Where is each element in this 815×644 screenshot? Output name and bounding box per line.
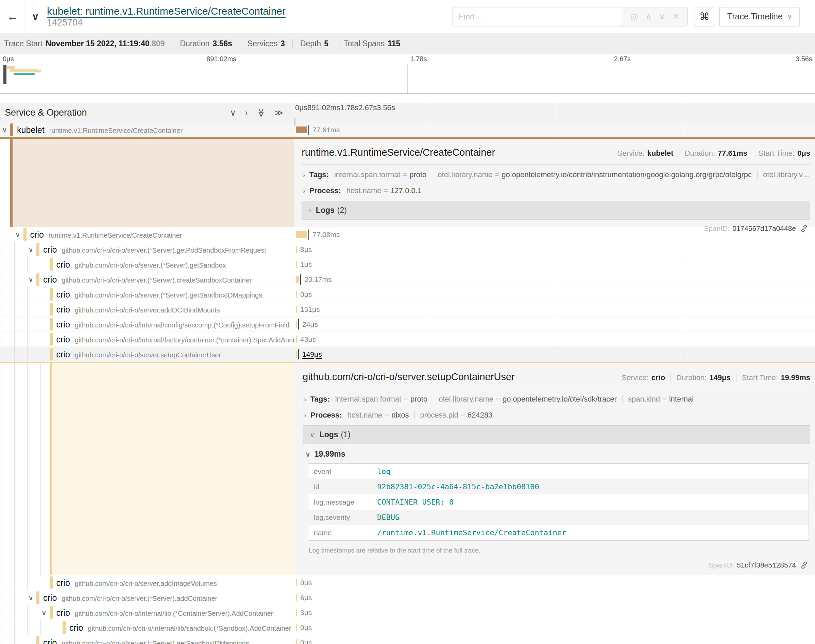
tag-value: proto	[411, 395, 427, 403]
caret-right-icon: ›	[303, 187, 305, 195]
span-timeline-cell[interactable]: 77.61ms	[295, 123, 815, 137]
span-row[interactable]: ∨criogithub.com/cri-o/cri-o/server.(*Ser…	[0, 272, 815, 287]
span-timeline-cell[interactable]: 0μs	[295, 287, 815, 302]
minimap-span-bar	[7, 66, 15, 69]
logs-accordion[interactable]: ∨ Logs (1)	[303, 425, 810, 444]
row-expand-chevron-icon[interactable]: ∨	[41, 609, 47, 617]
span-timeline-cell[interactable]: 24μs	[295, 317, 815, 331]
trace-header-collapse-button[interactable]: ∨	[26, 11, 45, 23]
service-color-bar	[50, 333, 53, 345]
span-row[interactable]: ∨criogithub.com/cri-o/cri-o/server.(*Ser…	[0, 242, 815, 257]
span-timeline-cell[interactable]: 43μs	[295, 332, 815, 347]
tag-item: internal.span.format=proto	[335, 395, 427, 403]
caret-right-icon: ›	[304, 411, 306, 419]
tags-label: Tags:	[309, 170, 329, 179]
span-duration-bar	[296, 261, 297, 268]
span-timeline-cell[interactable]: 0μs	[295, 575, 815, 590]
span-timeline-cell[interactable]: 6μs	[295, 590, 815, 605]
span-row[interactable]: criogithub.com/cri-o/cri-o/internal/conf…	[0, 317, 815, 332]
span-row[interactable]: criogithub.com/cri-o/cri-o/server.addOCI…	[0, 302, 815, 317]
clear-search-icon[interactable]: ✕	[673, 12, 680, 21]
row-expand-chevron-icon[interactable]: ∨	[28, 594, 33, 602]
span-row[interactable]: ∨kubeletruntime.v1.RuntimeService/Create…	[0, 123, 815, 137]
span-timeline-cell[interactable]: 8μs	[295, 242, 815, 257]
span-timeline-cell[interactable]: 77.08ms	[295, 227, 815, 242]
indent-guide	[1, 332, 2, 347]
span-row[interactable]: criogithub.com/cri-o/cri-o/server.addIma…	[0, 575, 815, 590]
tag-item: otel.library.name=go.opentelemetry.io/ot…	[439, 395, 617, 403]
next-match-icon[interactable]: ∨	[659, 12, 665, 21]
row-expand-chevron-icon[interactable]: ∨	[28, 275, 33, 284]
indent-guide	[27, 317, 28, 331]
span-name: criogithub.com/cri-o/cri-o/server.addOCI…	[57, 304, 220, 314]
indent-guide	[14, 575, 15, 590]
back-button[interactable]: ←	[0, 0, 26, 33]
indent-guide	[14, 620, 15, 635]
link-icon[interactable]	[800, 561, 808, 569]
trace-title-link[interactable]: kubelet: runtime.v1.RuntimeService/Creat…	[47, 5, 286, 17]
operation-name: github.com/cri-o/cri-o/server.(*Server).…	[75, 291, 262, 299]
span-timeline-cell[interactable]: 0μs	[295, 620, 815, 635]
collapse-one-icon[interactable]: ∨	[230, 108, 236, 118]
span-timeline-cell[interactable]: 20.17ms	[295, 272, 815, 287]
span-row[interactable]: criogithub.com/cri-o/cri-o/server.(*Serv…	[0, 635, 815, 644]
service-color-bar	[23, 228, 26, 241]
span-row[interactable]: criogithub.com/cri-o/cri-o/server.setupC…	[0, 347, 815, 362]
tag-value: go.opentelemetry.io/contrib/instrumentat…	[501, 170, 752, 179]
time-tick-label: 1.78s	[411, 55, 427, 63]
chevron-down-icon: ∨	[787, 13, 792, 20]
span-row[interactable]: ∨criogithub.com/cri-o/cri-o/server.(*Ser…	[0, 590, 815, 605]
operation-name: github.com/cri-o/cri-o/internal/config/s…	[75, 321, 290, 328]
keyboard-shortcuts-button[interactable]: ⌘	[695, 7, 714, 26]
log-entry-accordion[interactable]: ∨ 19.99ms	[303, 444, 810, 463]
find-input[interactable]	[453, 8, 622, 26]
indent-guide	[27, 620, 28, 635]
trace-minimap[interactable]	[0, 64, 815, 94]
row-expand-chevron-icon[interactable]: ∨	[28, 245, 33, 254]
span-timeline-cell[interactable]: 3μs	[295, 605, 815, 620]
caret-down-icon: ∨	[310, 431, 315, 439]
span-row[interactable]: criogithub.com/cri-o/cri-o/server.(*Serv…	[0, 257, 815, 272]
row-expand-chevron-icon[interactable]: ∨	[15, 230, 20, 239]
minimap-scrubber[interactable]	[3, 65, 6, 84]
indent-guide	[14, 635, 15, 644]
span-row[interactable]: ∨crioruntime.v1.RuntimeService/CreateCon…	[0, 227, 815, 242]
span-duration-label: 24μs	[302, 320, 318, 328]
span-timeline-cell[interactable]: 1μs	[295, 257, 815, 272]
logs-accordion[interactable]: › Logs (2)	[302, 201, 810, 220]
indent-guide	[14, 257, 15, 272]
span-detail-row-crio: github.com/cri-o/cri-o/server.setupConta…	[0, 362, 815, 575]
row-expand-chevron-icon[interactable]: ∨	[2, 126, 7, 134]
indent-guide	[27, 287, 28, 302]
equals-sign: =	[461, 411, 465, 420]
logs-label: Logs	[320, 430, 338, 439]
focus-match-icon[interactable]: ◎	[631, 12, 638, 21]
expand-one-icon[interactable]: ›	[245, 108, 248, 118]
span-row[interactable]: ∨criogithub.com/cri-o/cri-o/internal/lib…	[0, 605, 815, 620]
process-accordion[interactable]: › Process: host.name=nixosprocess.pid=62…	[303, 409, 810, 425]
collapse-all-icon[interactable]: ≫	[256, 108, 266, 117]
trace-view-selector[interactable]: Trace Timeline ∨	[719, 7, 800, 26]
span-timeline-cell[interactable]: 0μs	[295, 635, 815, 644]
span-row[interactable]: criogithub.com/cri-o/cri-o/internal/lib/…	[0, 620, 815, 635]
span-timeline-cell[interactable]: 149μs	[295, 347, 815, 362]
minimap-span-bar	[14, 73, 35, 75]
span-name: criogithub.com/cri-o/cri-o/internal/conf…	[57, 319, 290, 329]
tags-accordion[interactable]: › Tags: internal.span.format=protootel.l…	[303, 389, 810, 409]
span-row[interactable]: criogithub.com/cri-o/cri-o/internal/fact…	[0, 332, 815, 347]
caret-right-icon: ›	[304, 396, 306, 403]
expand-all-icon[interactable]: ≫	[274, 108, 283, 118]
process-accordion[interactable]: › Process: host.name=127.0.0.1	[302, 185, 810, 201]
indent-guide	[14, 590, 15, 605]
span-duration-label: 77.08ms	[313, 230, 340, 239]
span-timeline-cell[interactable]: 151μs	[295, 302, 815, 317]
service-name: kubelet	[17, 125, 44, 134]
summary-item: Total Spans115	[344, 39, 400, 48]
span-row[interactable]: criogithub.com/cri-o/cri-o/server.(*Serv…	[0, 287, 815, 302]
service-color-bar	[63, 621, 66, 634]
span-name: criogithub.com/cri-o/cri-o/server.(*Serv…	[43, 274, 251, 284]
log-field-value: log	[377, 467, 391, 476]
tags-accordion[interactable]: › Tags: internal.span.format=protootel.l…	[302, 164, 810, 185]
prev-match-icon[interactable]: ∧	[645, 12, 651, 21]
operation-name: github.com/cri-o/cri-o/internal/lib/sand…	[88, 624, 291, 632]
